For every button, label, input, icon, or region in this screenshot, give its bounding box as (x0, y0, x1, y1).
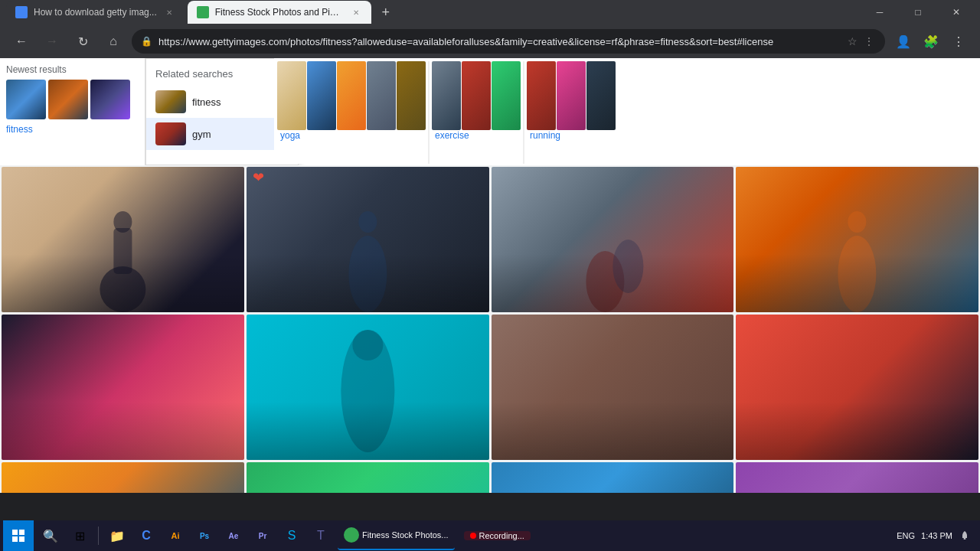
newest-thumb-3 (90, 80, 130, 119)
taskbar-app-icon (344, 527, 359, 543)
photo-cell-8[interactable] (736, 315, 978, 460)
nav-bar: ← → ↻ ⌂ 🔒 https://www.gettyimages.com/ph… (0, 24, 980, 58)
photo-cell-7[interactable] (492, 315, 734, 460)
svg-rect-11 (12, 530, 18, 535)
start-button[interactable] (3, 520, 34, 551)
related-item-gym-label: gym (192, 129, 211, 140)
taskbar-file-icon[interactable]: 📁 (103, 522, 131, 549)
exercise-img-2 (462, 61, 491, 130)
photo-1-figure (2, 167, 244, 312)
photo-grid (0, 165, 980, 493)
related-search-images-strip: yoga exercise running (274, 58, 974, 164)
address-bar[interactable]: 🔒 https://www.gettyimages.com/photos/fit… (132, 29, 885, 54)
svg-rect-13 (12, 536, 18, 542)
more-icon[interactable]: ⋮ (862, 34, 876, 49)
recording-indicator: Recording... (464, 531, 531, 540)
taskbar-ae-icon[interactable]: Ae (220, 522, 247, 549)
svg-point-0 (100, 266, 145, 312)
running-img-2 (557, 61, 586, 130)
newest-result-thumbs (6, 80, 139, 119)
yoga-img-1 (277, 61, 306, 130)
tab-2[interactable]: Fitness Stock Photos and Pict... ✕ (188, 1, 371, 24)
newest-thumb-1 (6, 80, 46, 119)
photo-cell-6[interactable] (247, 315, 489, 460)
taskbar: 🔍 ⊞ 📁 C Ai Ps Ae Pr S T Fitness Stock Ph… (0, 520, 980, 551)
photo-cell-4[interactable] (736, 167, 978, 312)
taskbar-search-icon[interactable]: 🔍 (37, 522, 64, 549)
tab-1-close[interactable]: ✕ (163, 6, 175, 18)
photo-cell-1[interactable] (2, 167, 244, 312)
bookmark-icon[interactable]: ☆ (846, 34, 859, 49)
photo-3-figure (492, 167, 734, 312)
url-text: https://www.gettyimages.com/photos/fitne… (158, 36, 840, 47)
exercise-img-3 (492, 61, 521, 130)
taskbar-clock: 1:43 PM (921, 530, 952, 541)
notification-icon[interactable] (959, 530, 971, 542)
photo-cell-12[interactable] (736, 462, 978, 493)
running-img-1 (527, 61, 556, 130)
fitness-label[interactable]: fitness (6, 124, 139, 135)
tab-2-label: Fitness Stock Photos and Pict... (215, 7, 344, 18)
close-button[interactable]: ✕ (939, 1, 974, 24)
related-thumb-fitness (155, 90, 186, 113)
exercise-label: exercise (435, 130, 469, 141)
taskbar-photoshop-icon[interactable]: Ps (191, 522, 218, 549)
svg-point-9 (341, 330, 394, 452)
back-button[interactable]: ← (9, 29, 34, 54)
photo-2-figure (247, 167, 489, 312)
taskbar-premiere-icon[interactable]: Pr (249, 522, 276, 549)
yoga-img-2 (307, 61, 336, 130)
taskbar-language: ENG (897, 531, 915, 540)
yoga-img-4 (367, 61, 396, 130)
taskbar-time-display: 1:43 PM (921, 530, 952, 541)
svg-point-10 (352, 330, 383, 360)
profile-button[interactable]: 👤 (891, 29, 916, 54)
running-image-group[interactable]: running (527, 61, 616, 164)
taskbar-skype-icon[interactable]: S (278, 522, 305, 549)
photo-cell-3[interactable] (492, 167, 734, 312)
extensions-button[interactable]: 🧩 (919, 29, 943, 54)
tab-1-label: How to download getty imag... (34, 7, 157, 18)
lock-icon: 🔒 (141, 36, 152, 47)
svg-point-6 (612, 240, 643, 293)
taskbar-task-view-icon[interactable]: ⊞ (66, 522, 93, 549)
tab-2-close[interactable]: ✕ (350, 6, 362, 18)
yoga-img-5 (397, 61, 426, 130)
taskbar-teams-icon[interactable]: T (307, 522, 335, 549)
recording-dot (470, 533, 476, 539)
newest-thumb-2 (48, 80, 88, 119)
tab-1[interactable]: How to download getty imag... ✕ (6, 1, 185, 24)
exercise-img-1 (432, 61, 461, 130)
taskbar-illustrator-icon[interactable]: Ai (162, 522, 189, 549)
page-content: Newest results fitness Related searches … (0, 58, 980, 493)
maximize-button[interactable]: □ (900, 1, 936, 24)
exercise-image-group[interactable]: exercise (432, 61, 521, 164)
refresh-button[interactable]: ↻ (70, 29, 95, 54)
photo-cell-9[interactable] (2, 462, 244, 493)
svg-point-5 (586, 251, 624, 312)
yoga-image-group[interactable]: yoga (277, 61, 426, 164)
taskbar-active-app[interactable]: Fitness Stock Photos... (338, 521, 455, 550)
svg-point-7 (838, 236, 877, 312)
running-img-3 (586, 61, 616, 130)
newest-results-label: Newest results (6, 64, 139, 75)
yoga-img-3 (337, 61, 366, 130)
settings-button[interactable]: ⋮ (946, 29, 971, 54)
taskbar-recording: Recording... (461, 531, 534, 540)
home-button[interactable]: ⌂ (101, 29, 126, 54)
svg-rect-1 (113, 228, 132, 274)
photo-cell-11[interactable] (492, 462, 734, 493)
related-item-fitness-label: fitness (192, 96, 221, 108)
taskbar-app-label: Fitness Stock Photos... (362, 530, 449, 540)
photo-cell-2[interactable] (247, 167, 489, 312)
new-tab-button[interactable]: + (374, 1, 397, 24)
photo-cell-10[interactable] (247, 462, 489, 493)
svg-point-2 (113, 211, 132, 233)
svg-rect-14 (19, 536, 24, 542)
taskbar-chrome-icon[interactable]: C (132, 522, 160, 549)
minimize-button[interactable]: ─ (862, 1, 897, 24)
title-bar: How to download getty imag... ✕ Fitness … (0, 0, 980, 24)
photo-cell-5[interactable] (2, 315, 244, 460)
svg-rect-15 (964, 538, 966, 540)
forward-button[interactable]: → (40, 29, 64, 54)
